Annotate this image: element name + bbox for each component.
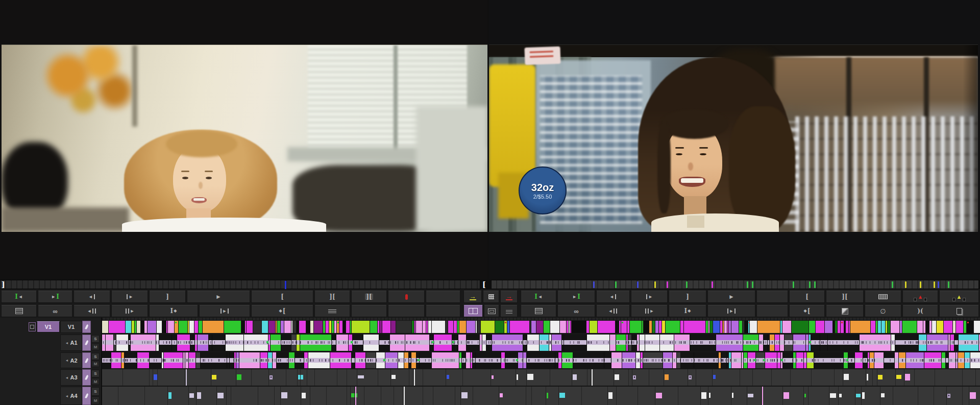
record-track-a3-button[interactable]: ◄A3 [60, 369, 82, 386]
full-screen-monitor-button[interactable] [484, 305, 499, 317]
clip-marker[interactable] [905, 281, 906, 288]
mute-a4-button[interactable]: M [91, 396, 100, 404]
mark-out-button[interactable]: ] [149, 291, 186, 303]
go-to-next-event-button[interactable]: I◆ [149, 305, 198, 317]
source-monitor-pane [0, 0, 487, 279]
step-forward-button[interactable]: ► [631, 291, 668, 303]
clip-marker[interactable] [814, 281, 816, 288]
step-forward-10-button[interactable]: ► [631, 305, 668, 317]
record-track-v1-button[interactable]: V1 [60, 321, 82, 333]
woman-shirt [122, 218, 326, 232]
mark-clip-button[interactable]: ][ [314, 291, 350, 303]
clip-marker[interactable] [654, 281, 656, 288]
add-marker-button[interactable] [388, 291, 425, 303]
go-to-in-button[interactable]: I◄ [1, 291, 37, 303]
blank-button[interactable] [351, 305, 387, 317]
gang-button[interactable]: ∞ [557, 305, 595, 317]
track-patch-a3[interactable] [82, 369, 91, 386]
play-in-to-out-button[interactable]: ► [199, 305, 250, 317]
mark-in-button[interactable]: [ [789, 291, 825, 303]
clip-name-menu-button[interactable] [1, 305, 37, 317]
clip-marker[interactable] [938, 281, 939, 288]
lift-button[interactable]: ▲ [939, 291, 979, 303]
go-to-in-button[interactable]: I◄ [521, 291, 556, 303]
solo-a2-button[interactable]: S [91, 353, 100, 360]
record-track-a2-button[interactable]: ◄A2 [60, 352, 82, 368]
go-to-out-button[interactable]: ►I [38, 291, 72, 303]
clip-marker[interactable] [667, 281, 668, 288]
mute-a2-button[interactable]: M [91, 361, 100, 367]
video-quality-menu-button[interactable]: → [463, 291, 482, 303]
toggle-source-record-button[interactable]: → [500, 291, 518, 303]
timeline-clips-canvas[interactable] [101, 318, 980, 405]
record-position-bar[interactable] [491, 280, 979, 289]
clip-marker[interactable] [593, 281, 595, 288]
solo-a3-button[interactable]: S [91, 370, 100, 377]
collapse-button[interactable]: )( [902, 305, 938, 317]
go-to-prev-event-button[interactable]: ◆[ [789, 305, 825, 317]
audio-meter-menu-button[interactable] [500, 305, 518, 317]
step-forward-10-button[interactable]: ► [111, 305, 148, 317]
step-backward-button[interactable]: ◄ [596, 291, 630, 303]
source-track-v1-button[interactable]: V1 [37, 321, 60, 332]
blank-button[interactable] [426, 305, 460, 317]
mute-a1-button[interactable]: M [91, 343, 100, 350]
solo-a4-button[interactable]: S [91, 387, 100, 396]
position-bar-row: ] [ [0, 280, 980, 289]
step-backward-button[interactable]: ◄ [74, 291, 110, 303]
play-button[interactable]: ► [707, 291, 755, 303]
play-in-to-out-button[interactable]: ► [707, 305, 755, 317]
step-forward-button[interactable]: ► [111, 291, 148, 303]
go-to-next-event-button[interactable]: I◆ [669, 305, 706, 317]
clip-marker[interactable] [712, 281, 713, 288]
mute-a3-button[interactable]: M [91, 378, 100, 385]
record-track-a4-button[interactable]: ◄A4 [60, 387, 82, 405]
blank-button[interactable] [756, 305, 788, 317]
track-patch-a4[interactable] [82, 387, 91, 405]
mark-clip-alt-button[interactable]: ][ [351, 291, 387, 303]
record-track-a1-button[interactable]: ◄A1 [60, 335, 82, 351]
record-monitor-video[interactable]: 32oz 2/$5.50 [489, 44, 978, 232]
go-to-prev-event-button[interactable]: ◆[ [251, 305, 313, 317]
clip-marker[interactable] [793, 281, 794, 288]
clip-marker[interactable] [686, 281, 688, 288]
go-to-out-button[interactable]: ►I [557, 291, 595, 303]
source-position-bar[interactable] [0, 280, 480, 289]
clip-marker[interactable] [948, 281, 949, 288]
clip-name-menu-button[interactable] [521, 305, 556, 317]
clip-marker[interactable] [809, 281, 811, 288]
solo-a1-button[interactable]: S [91, 335, 100, 343]
mark-in-bracket: [ [482, 280, 486, 289]
swap-source-record-button[interactable] [463, 305, 483, 317]
clip-marker[interactable] [934, 281, 935, 288]
gang-button[interactable]: ∞ [38, 305, 72, 317]
clip-marker[interactable] [747, 281, 748, 288]
clip-marker[interactable] [637, 281, 639, 288]
step-backward-10-button[interactable]: ◄ [596, 305, 630, 317]
source-playhead[interactable] [285, 281, 286, 289]
track-patch-a1[interactable] [82, 335, 91, 351]
mark-clip-button[interactable]: ][ [826, 291, 864, 303]
extract-button[interactable]: ▲ [902, 291, 938, 303]
fast-menu-button[interactable] [483, 291, 499, 303]
source-monitor-toggle[interactable] [29, 322, 36, 331]
quick-transition-button[interactable] [314, 305, 350, 317]
blank-button[interactable] [426, 291, 460, 303]
clip-marker[interactable] [752, 281, 753, 288]
blank-button[interactable] [756, 291, 788, 303]
timeline-menu-button[interactable] [865, 291, 901, 303]
step-backward-10-button[interactable]: ◄ [74, 305, 110, 317]
quick-transition-dissolve-button[interactable] [826, 305, 864, 317]
blank-button[interactable] [388, 305, 425, 317]
clip-marker[interactable] [892, 281, 893, 288]
clip-marker[interactable] [615, 281, 617, 288]
play-button[interactable]: ► [187, 291, 250, 303]
source-monitor-video[interactable] [2, 44, 487, 232]
track-patch-v1[interactable] [82, 321, 91, 333]
clip-marker[interactable] [920, 281, 921, 288]
mark-in-button[interactable]: [ [251, 291, 313, 303]
duplicate-button[interactable] [939, 305, 979, 317]
mark-out-button[interactable]: ] [669, 291, 706, 303]
track-patch-a2[interactable] [82, 352, 91, 368]
remove-effect-button[interactable]: ∅ [865, 305, 901, 317]
